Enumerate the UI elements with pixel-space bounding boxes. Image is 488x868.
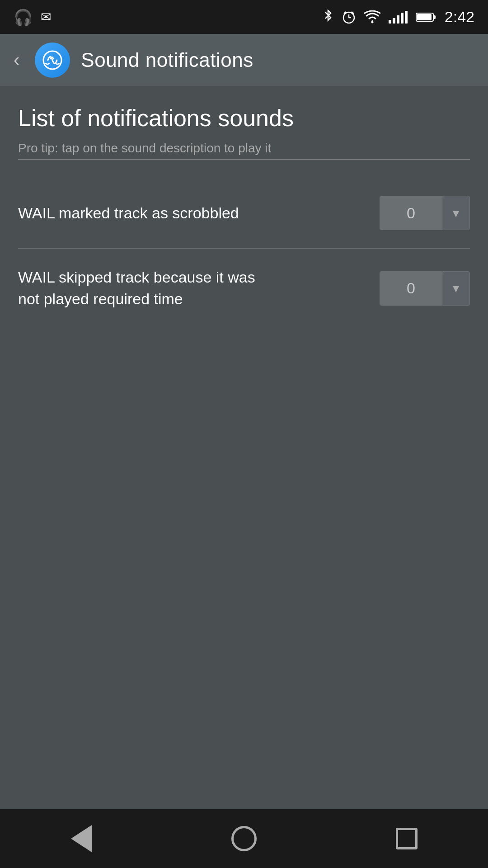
toolbar: ‹ Sound notifications — [0, 34, 488, 86]
battery-icon — [416, 12, 436, 23]
item-label-skipped[interactable]: WAIL skipped track because it was not pl… — [18, 267, 280, 310]
alarm-icon — [342, 10, 356, 24]
status-bar-left-icons: 🎧 ✉ — [14, 8, 51, 26]
svg-rect-8 — [433, 15, 436, 19]
recents-button[interactable] — [389, 821, 425, 857]
back-button[interactable] — [63, 821, 99, 857]
toolbar-title: Sound notifications — [81, 49, 253, 71]
headphone-icon: 🎧 — [14, 8, 33, 26]
home-circle-icon — [231, 826, 257, 851]
svg-point-5 — [371, 21, 373, 23]
recents-square-icon — [396, 828, 418, 849]
spinner-value-scrobbled[interactable]: 0 — [380, 196, 442, 230]
status-bar-right-icons: 2:42 — [323, 8, 474, 26]
main-content: List of notifications sounds Pro tip: ta… — [0, 86, 488, 328]
back-triangle-icon — [71, 825, 92, 852]
back-chevron[interactable]: ‹ — [9, 45, 24, 75]
status-bar: 🎧 ✉ — [0, 0, 488, 34]
app-icon — [35, 42, 70, 78]
top-divider — [18, 159, 470, 160]
spinner-skipped[interactable]: 0 ▾ — [380, 271, 470, 306]
spinner-value-skipped[interactable]: 0 — [380, 272, 442, 305]
section-subtitle: Pro tip: tap on the sound description to… — [18, 141, 470, 156]
mail-icon: ✉ — [41, 9, 51, 24]
signal-bars — [389, 11, 408, 24]
item-label-scrobbled[interactable]: WAIL marked track as scrobbled — [18, 203, 239, 224]
list-item[interactable]: WAIL marked track as scrobbled 0 ▾ — [18, 178, 470, 248]
spinner-dropdown-scrobbled[interactable]: ▾ — [442, 196, 469, 230]
bluetooth-icon — [323, 9, 333, 25]
app-icon-svg — [41, 49, 64, 71]
list-item[interactable]: WAIL skipped track because it was not pl… — [18, 249, 470, 328]
home-button[interactable] — [226, 821, 262, 857]
wifi-icon — [364, 10, 380, 24]
nav-bar — [0, 809, 488, 868]
status-time: 2:42 — [445, 8, 474, 26]
spinner-dropdown-skipped[interactable]: ▾ — [442, 272, 469, 305]
spinner-scrobbled[interactable]: 0 ▾ — [380, 196, 470, 230]
section-title: List of notifications sounds — [18, 104, 470, 132]
svg-rect-7 — [417, 14, 432, 20]
